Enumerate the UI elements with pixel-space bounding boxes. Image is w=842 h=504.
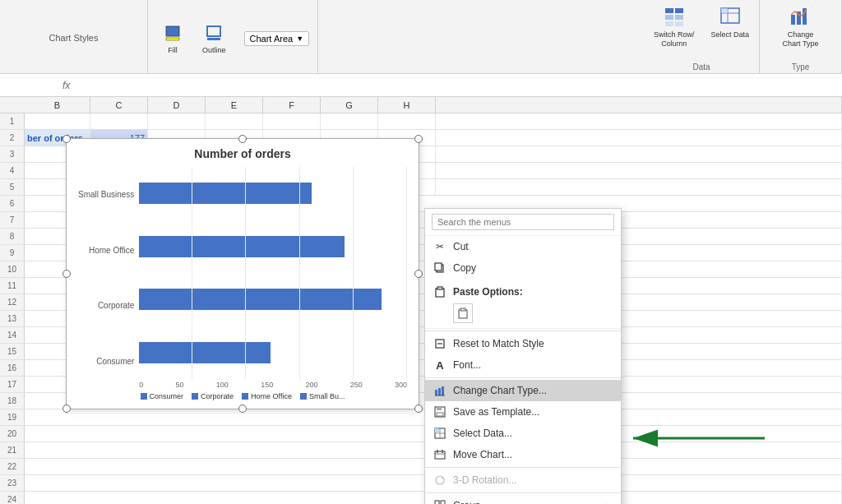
outline-button[interactable]: Outline [197, 19, 231, 58]
table-row: 24 [0, 492, 842, 504]
menu-item-select-data[interactable]: Select Data... [425, 423, 621, 444]
svg-rect-33 [435, 428, 439, 432]
select-data-icon [719, 6, 742, 29]
chart-body: Small Business Home Office Corporate Con… [78, 167, 407, 389]
outline-icon [202, 21, 225, 44]
col-header-f: F [263, 97, 321, 113]
chart-type-icon [433, 384, 446, 397]
ribbon: Chart Styles Fill [0, 0, 842, 74]
copy-icon [433, 261, 446, 275]
cell-extra-5[interactable] [436, 179, 842, 195]
menu-search-row [425, 209, 621, 236]
legend-dot [141, 393, 147, 400]
cell-extra-3[interactable] [436, 146, 842, 162]
menu-item-cut[interactable]: ✂ Cut [425, 236, 621, 257]
chart-y-axis: Small Business Home Office Corporate Con… [78, 167, 139, 389]
col-header-e: E [206, 97, 263, 113]
menu-item-group[interactable]: Group ▶ [425, 495, 621, 504]
menu-item-select-data-label: Select Data... [453, 428, 512, 439]
main-area: 1 2 ber of orders 177 [0, 113, 842, 504]
bar-row-3 [139, 342, 407, 363]
svg-rect-6 [665, 15, 673, 20]
col-header-h: H [378, 97, 436, 113]
formula-bar: fx [0, 74, 842, 97]
menu-item-reset-match-style[interactable]: Reset to Match Style [425, 333, 621, 354]
handle-tr[interactable] [414, 135, 423, 143]
svg-point-40 [436, 476, 444, 484]
handle-br[interactable] [414, 405, 423, 413]
paste-clipboard-button[interactable] [453, 303, 473, 323]
menu-item-font[interactable]: A Font... [425, 354, 621, 376]
svg-rect-14 [791, 15, 795, 25]
handle-bl[interactable] [62, 405, 71, 413]
menu-item-group-label: Group [453, 500, 480, 504]
chart-legend: Consumer Corporate Home Office Smal [78, 392, 407, 400]
svg-rect-9 [675, 21, 683, 26]
svg-rect-26 [438, 388, 441, 395]
menu-item-3d-rotation: 3-D Rotation... [425, 469, 621, 491]
legend-item-consumer: Consumer [141, 392, 184, 400]
legend-dot [300, 393, 307, 400]
switch-row-col-label: Switch Row/Column [654, 30, 695, 49]
cell-e1[interactable] [206, 113, 263, 129]
bar-row-0 [139, 183, 407, 204]
fill-button[interactable]: Fill [156, 19, 189, 58]
paste-sub-row [425, 300, 621, 329]
menu-item-copy[interactable]: Copy [425, 257, 621, 279]
legend-label: Consumer [150, 392, 184, 400]
handle-bc[interactable] [238, 405, 247, 413]
switch-row-col-icon [663, 6, 686, 29]
cell-extra-4[interactable] [436, 163, 842, 178]
menu-item-save-template[interactable]: Save as Template... [425, 401, 621, 423]
handle-tl[interactable] [62, 135, 71, 143]
svg-rect-41 [435, 501, 439, 504]
svg-rect-27 [442, 386, 444, 395]
group-arrow-icon: ▶ [606, 502, 613, 505]
menu-divider-1 [425, 331, 621, 331]
change-chart-type-button[interactable]: ChangeChart Type [778, 3, 824, 51]
move-chart-icon [433, 448, 446, 461]
svg-rect-20 [437, 287, 442, 289]
chart-area-dropdown[interactable]: Chart Area ▼ [244, 31, 310, 46]
cell-extra-2[interactable] [436, 130, 842, 146]
cell-h1[interactable] [378, 113, 436, 129]
bar-row-2 [139, 289, 407, 310]
reset-icon [433, 337, 446, 350]
legend-label: Small Bu... [309, 392, 345, 400]
cell-f1[interactable] [263, 113, 321, 129]
svg-rect-31 [437, 413, 443, 416]
legend-label: Corporate [201, 392, 234, 400]
handle-mr[interactable] [414, 270, 423, 278]
cell-g1[interactable] [321, 113, 378, 129]
fill-icon [161, 21, 184, 44]
fill-outline-group: Fill Outline Chart Area ▼ [148, 0, 318, 73]
data-group: Switch Row/Column Select Data Data [644, 0, 760, 73]
chart-object[interactable]: Number of orders Small Business Home Off… [66, 138, 419, 409]
menu-item-change-chart-type[interactable]: Change Chart Type... [425, 380, 621, 401]
handle-ml[interactable] [62, 270, 71, 278]
menu-search-input[interactable] [432, 214, 614, 230]
legend-item-home-office: Home Office [242, 392, 292, 400]
column-headers: B C D E F G H [0, 97, 842, 113]
switch-row-col-button[interactable]: Switch Row/Column [649, 3, 700, 51]
change-chart-type-label: ChangeChart Type [783, 30, 819, 49]
cell-c1[interactable] [90, 113, 148, 129]
handle-tc[interactable] [238, 135, 247, 143]
menu-item-font-label: Font... [453, 359, 481, 371]
cell-b1[interactable] [25, 113, 90, 129]
chart-bar-consumer [139, 342, 271, 363]
svg-rect-5 [675, 8, 683, 13]
menu-divider-4 [425, 492, 621, 493]
paste-options-label: Paste Options: [453, 286, 523, 298]
legend-dot [192, 393, 198, 400]
svg-rect-18 [435, 263, 442, 270]
menu-item-move-chart[interactable]: Move Chart... [425, 444, 621, 465]
table-row: 22 [0, 459, 842, 475]
menu-item-3d-label: 3-D Rotation... [453, 474, 516, 486]
menu-item-reset-label: Reset to Match Style [453, 338, 544, 349]
cell-extra-1[interactable] [436, 113, 842, 129]
select-data-button[interactable]: Select Data [706, 3, 754, 42]
col-header-more [436, 97, 842, 113]
chart-styles-label: Chart Styles [49, 33, 99, 43]
cell-d1[interactable] [148, 113, 206, 129]
